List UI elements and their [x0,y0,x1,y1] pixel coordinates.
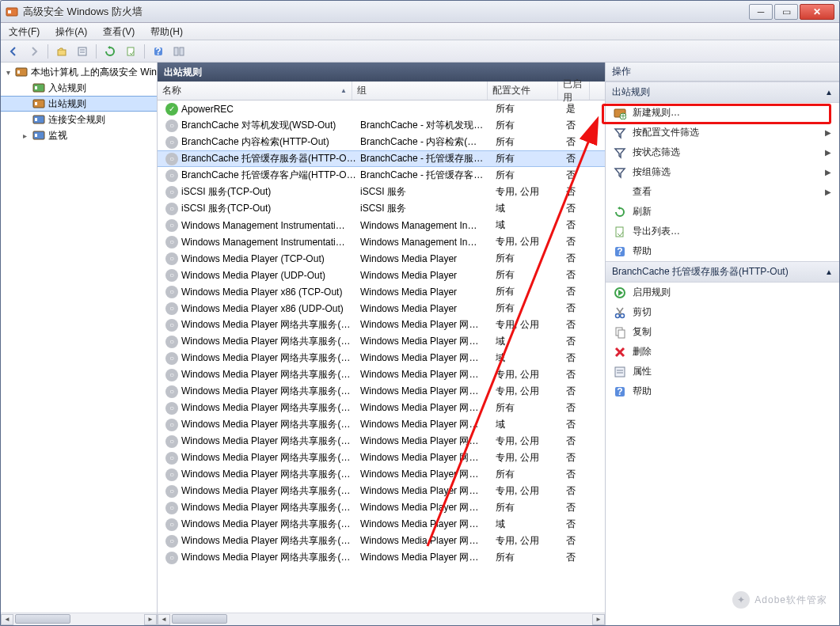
minimize-button[interactable]: ─ [749,4,773,20]
scroll-left-icon[interactable]: ◄ [1,614,13,625]
rule-disabled-icon: ○ [165,469,178,481]
table-row[interactable]: ○Windows Media Player 网络共享服务(…Windows Me… [158,416,605,433]
table-row[interactable]: ○Windows Media Player 网络共享服务(…Windows Me… [158,483,605,499]
firewall-icon [15,66,28,78]
svg-text:＋: ＋ [618,110,626,120]
action-item[interactable]: 按配置文件筛选▶ [606,123,839,142]
table-row[interactable]: ✓ApowerREC所有是 [158,101,605,117]
collapse-icon: ▲ [825,88,833,97]
table-row[interactable]: ○Windows Media Player 网络共享服务(…Windows Me… [158,433,605,450]
menu-item[interactable]: 文件(F) [1,23,48,40]
rules-column-header[interactable]: 名称▲ 组 配置文件 已启用 [158,82,605,101]
rule-disabled-icon: ○ [165,552,178,564]
table-row[interactable]: ○Windows Media Player 网络共享服务(…Windows Me… [158,317,605,333]
actions-section-selected-rule[interactable]: BranchCache 托管缓存服务器(HTTP-Out)▲ [606,261,839,283]
table-row[interactable]: ○Windows Media Player 网络共享服务(…Windows Me… [158,366,605,383]
properties-button[interactable] [73,43,92,60]
table-row[interactable]: ○BranchCache 内容检索(HTTP-Out)BranchCache -… [158,134,605,150]
action-item[interactable]: 复制 [606,322,839,342]
rule-disabled-icon: ○ [165,120,178,132]
tree-expand-icon[interactable]: ▸ [20,131,29,140]
action-item[interactable]: 属性 [606,362,839,381]
rule-disabled-icon: ○ [165,518,178,531]
action-item[interactable]: 导出列表… [606,222,839,241]
maximize-button[interactable]: ▭ [774,4,798,20]
tree-item[interactable]: 连接安全规则 [1,112,157,127]
svg-rect-14 [35,86,37,89]
help-button[interactable]: ? [149,43,168,60]
rule-disabled-icon: ○ [165,169,178,182]
tree-root[interactable]: ▾本地计算机 上的高级安全 Win [1,64,157,80]
scroll-left-icon[interactable]: ◄ [158,614,170,625]
action-item[interactable]: 删除 [606,342,839,362]
rule-disabled-icon: ○ [165,319,178,332]
menu-item[interactable]: 帮助(H) [143,23,191,40]
forward-button[interactable] [25,43,44,60]
table-row[interactable]: ○Windows Media Player x86 (UDP-Out)Windo… [158,300,605,317]
rule-disabled-icon: ○ [165,153,178,165]
rule-disabled-icon: ○ [165,219,178,232]
action-item[interactable]: ?帮助 [606,241,839,261]
table-row[interactable]: ○Windows Media Player 网络共享服务(…Windows Me… [158,400,605,416]
close-button[interactable]: ✕ [800,4,834,20]
table-row[interactable]: ○Windows Media Player 网络共享服务(…Windows Me… [158,533,605,549]
table-row[interactable]: ○Windows Media Player 网络共享服务(…Windows Me… [158,450,605,466]
svg-rect-10 [180,47,184,55]
action-item[interactable]: ?帮助 [606,381,839,401]
col-profile[interactable]: 配置文件 [488,82,558,100]
svg-rect-33 [618,330,625,338]
props-icon [614,366,626,378]
table-row[interactable]: ○Windows Media Player 网络共享服务(…Windows Me… [158,333,605,350]
rule-disabled-icon: ○ [165,352,178,365]
tree-item[interactable]: 出站规则 [1,96,157,112]
table-row[interactable]: ○Windows Media Player (TCP-Out)Windows M… [158,250,605,267]
table-row[interactable]: ○Windows Management Instrumentati…Window… [158,233,605,250]
up-button[interactable] [52,43,71,60]
svg-rect-2 [58,50,66,55]
col-name[interactable]: 名称▲ [158,82,352,100]
action-item[interactable]: 查看▶ [606,182,839,202]
scroll-right-icon[interactable]: ► [592,614,605,625]
refresh-button[interactable] [101,43,120,60]
table-row[interactable]: ○Windows Media Player x86 (TCP-Out)Windo… [158,283,605,300]
show-hide-panes-button[interactable] [169,43,188,60]
col-enabled[interactable]: 已启用 [558,82,590,100]
menu-item[interactable]: 查看(V) [95,23,143,40]
table-row[interactable]: ○BranchCache 托管缓存服务器(HTTP-O…BranchCache … [158,150,605,167]
actions-section-outbound[interactable]: 出站规则▲ [606,82,839,103]
table-row[interactable]: ○Windows Management Instrumentati…Window… [158,217,605,233]
help-icon: ? [614,385,626,398]
action-item[interactable]: 按组筛选▶ [606,162,839,182]
table-row[interactable]: ○Windows Media Player 网络共享服务(…Windows Me… [158,549,605,566]
table-row[interactable]: ○Windows Media Player 网络共享服务(…Windows Me… [158,383,605,400]
enable-icon [614,286,626,299]
export-button[interactable] [121,43,140,60]
tree-item[interactable]: ▸监视 [1,127,157,143]
table-row[interactable]: ○Windows Media Player 网络共享服务(…Windows Me… [158,350,605,366]
table-row[interactable]: ○Windows Media Player 网络共享服务(…Windows Me… [158,516,605,533]
table-row[interactable]: ○Windows Media Player (UDP-Out)Windows M… [158,267,605,283]
table-row[interactable]: ○Windows Media Player 网络共享服务(…Windows Me… [158,466,605,483]
table-row[interactable]: ○iSCSI 服务(TCP-Out)iSCSI 服务专用, 公用否 [158,184,605,200]
table-row[interactable]: ○iSCSI 服务(TCP-Out)iSCSI 服务域否 [158,200,605,217]
table-row[interactable]: ○BranchCache 对等机发现(WSD-Out)BranchCache -… [158,117,605,134]
tree-item[interactable]: 入站规则 [1,80,157,96]
outbound-icon [32,97,45,110]
action-item[interactable]: 剪切 [606,302,839,322]
scroll-right-icon[interactable]: ► [144,614,157,625]
tree-collapse-icon[interactable]: ▾ [6,68,12,77]
table-row[interactable]: ○Windows Media Player 网络共享服务(…Windows Me… [158,499,605,516]
menu-item[interactable]: 操作(A) [48,23,95,40]
action-item[interactable]: 刷新 [606,202,839,222]
svg-rect-3 [78,47,86,55]
action-item[interactable]: 按状态筛选▶ [606,142,839,162]
action-item[interactable]: 启用规则 [606,283,839,302]
rules-hscroll[interactable]: ◄ ► [158,613,605,625]
col-group[interactable]: 组 [352,82,488,100]
rule-disabled-icon: ○ [165,203,178,215]
tree-hscroll[interactable]: ◄ ► [1,613,157,625]
action-item[interactable]: ＋新建规则… [606,103,839,123]
back-button[interactable] [4,43,23,60]
titlebar[interactable]: 高级安全 Windows 防火墙 ─ ▭ ✕ [1,1,839,23]
table-row[interactable]: ○BranchCache 托管缓存客户端(HTTP-O…BranchCache … [158,167,605,184]
